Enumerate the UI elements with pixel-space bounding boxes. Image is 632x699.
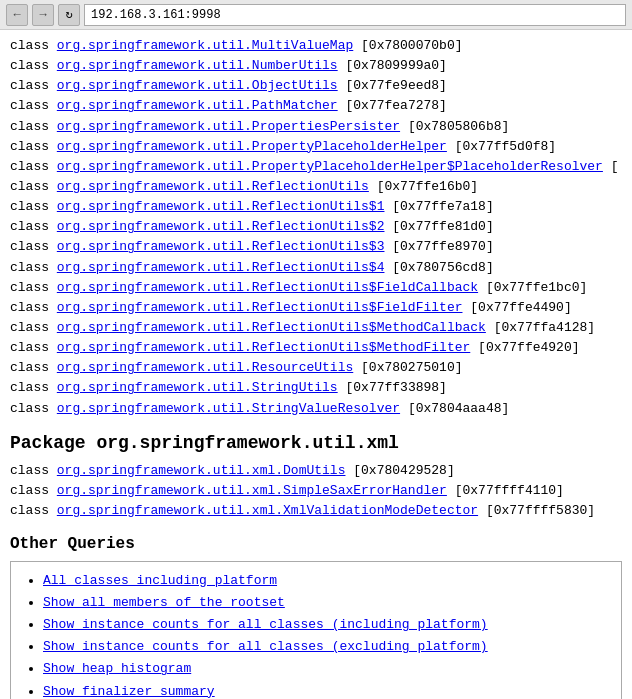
list-item: class org.springframework.util.PropertyP…	[10, 157, 622, 177]
list-item: Show heap histogram	[43, 658, 609, 680]
list-item: Show instance counts for all classes (ex…	[43, 636, 609, 658]
class-link[interactable]: org.springframework.util.xml.XmlValidati…	[57, 503, 478, 518]
list-item: class org.springframework.util.Reflectio…	[10, 197, 622, 217]
class-link[interactable]: org.springframework.util.ObjectUtils	[57, 78, 338, 93]
list-item: class org.springframework.util.Reflectio…	[10, 177, 622, 197]
list-item: Show all members of the rootset	[43, 592, 609, 614]
class-link[interactable]: org.springframework.util.PathMatcher	[57, 98, 338, 113]
list-item: class org.springframework.util.ResourceU…	[10, 358, 622, 378]
list-item: class org.springframework.util.Reflectio…	[10, 318, 622, 338]
class-link[interactable]: org.springframework.util.ReflectionUtils…	[57, 300, 463, 315]
page-content: class org.springframework.util.MultiValu…	[0, 30, 632, 699]
query-link[interactable]: All classes including platform	[43, 573, 277, 588]
list-item: Show finalizer summary	[43, 681, 609, 699]
list-item: class org.springframework.util.Propertie…	[10, 117, 622, 137]
class-link[interactable]: org.springframework.util.xml.DomUtils	[57, 463, 346, 478]
class-link[interactable]: org.springframework.util.StringUtils	[57, 380, 338, 395]
class-link[interactable]: org.springframework.util.ReflectionUtils…	[57, 239, 385, 254]
list-item: class org.springframework.util.Reflectio…	[10, 237, 622, 257]
class-link[interactable]: org.springframework.util.ReflectionUtils…	[57, 219, 385, 234]
class-link[interactable]: org.springframework.util.MultiValueMap	[57, 38, 353, 53]
class-link[interactable]: org.springframework.util.PropertyPlaceho…	[57, 139, 447, 154]
list-item: class org.springframework.util.Reflectio…	[10, 258, 622, 278]
list-item: All classes including platform	[43, 570, 609, 592]
util-xml-class-list: class org.springframework.util.xml.DomUt…	[10, 461, 622, 521]
list-item: class org.springframework.util.StringUti…	[10, 378, 622, 398]
class-link[interactable]: org.springframework.util.PropertiesPersi…	[57, 119, 400, 134]
forward-button[interactable]: →	[32, 4, 54, 26]
class-link[interactable]: org.springframework.util.PropertyPlaceho…	[57, 159, 603, 174]
util-class-list: class org.springframework.util.MultiValu…	[10, 36, 622, 419]
class-link[interactable]: org.springframework.util.NumberUtils	[57, 58, 338, 73]
back-button[interactable]: ←	[6, 4, 28, 26]
browser-toolbar: ← → ↻	[0, 0, 632, 30]
list-item: class org.springframework.util.xml.DomUt…	[10, 461, 622, 481]
list-item: class org.springframework.util.Reflectio…	[10, 217, 622, 237]
class-link[interactable]: org.springframework.util.ReflectionUtils…	[57, 260, 385, 275]
list-item: Show instance counts for all classes (in…	[43, 614, 609, 636]
list-item: class org.springframework.util.xml.Simpl…	[10, 481, 622, 501]
refresh-button[interactable]: ↻	[58, 4, 80, 26]
query-link[interactable]: Show instance counts for all classes (ex…	[43, 639, 488, 654]
class-link[interactable]: org.springframework.util.ResourceUtils	[57, 360, 353, 375]
class-link[interactable]: org.springframework.util.ReflectionUtils…	[57, 199, 385, 214]
address-bar[interactable]	[84, 4, 626, 26]
queries-box: All classes including platformShow all m…	[10, 561, 622, 699]
list-item: class org.springframework.util.Reflectio…	[10, 338, 622, 358]
list-item: class org.springframework.util.PropertyP…	[10, 137, 622, 157]
list-item: class org.springframework.util.Reflectio…	[10, 278, 622, 298]
list-item: class org.springframework.util.NumberUti…	[10, 56, 622, 76]
util-xml-heading: Package org.springframework.util.xml	[10, 433, 622, 453]
class-link[interactable]: org.springframework.util.ReflectionUtils…	[57, 340, 470, 355]
class-link[interactable]: org.springframework.util.ReflectionUtils	[57, 179, 369, 194]
class-link[interactable]: org.springframework.util.xml.SimpleSaxEr…	[57, 483, 447, 498]
query-link[interactable]: Show all members of the rootset	[43, 595, 285, 610]
query-link[interactable]: Show heap histogram	[43, 661, 191, 676]
query-link[interactable]: Show instance counts for all classes (in…	[43, 617, 488, 632]
list-item: class org.springframework.util.MultiValu…	[10, 36, 622, 56]
list-item: class org.springframework.util.Reflectio…	[10, 298, 622, 318]
list-item: class org.springframework.util.xml.XmlVa…	[10, 501, 622, 521]
list-item: class org.springframework.util.ObjectUti…	[10, 76, 622, 96]
list-item: class org.springframework.util.PathMatch…	[10, 96, 622, 116]
class-link[interactable]: org.springframework.util.ReflectionUtils…	[57, 320, 486, 335]
other-queries-heading: Other Queries	[10, 535, 622, 553]
queries-list: All classes including platformShow all m…	[23, 570, 609, 699]
class-link[interactable]: org.springframework.util.ReflectionUtils…	[57, 280, 478, 295]
query-link[interactable]: Show finalizer summary	[43, 684, 215, 699]
list-item: class org.springframework.util.StringVal…	[10, 399, 622, 419]
class-link[interactable]: org.springframework.util.StringValueReso…	[57, 401, 400, 416]
